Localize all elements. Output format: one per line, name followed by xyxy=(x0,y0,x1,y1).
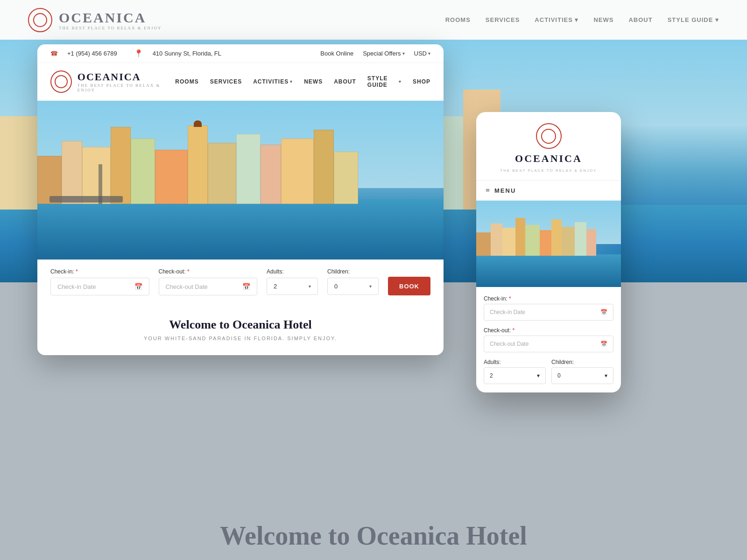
bg-nav-services[interactable]: SERVICES xyxy=(486,16,520,23)
bld-12 xyxy=(314,130,334,204)
checkin-input[interactable]: Check-in Date 📅 xyxy=(50,278,149,295)
mbld-8 xyxy=(562,227,575,256)
activities-arrow: ▾ xyxy=(290,79,293,84)
mbld-2 xyxy=(491,224,502,256)
bld-11 xyxy=(281,139,314,204)
welcome-section: Welcome to Oceanica Hotel YOUR WHITE-SAN… xyxy=(37,304,444,355)
bg-nav-rooms[interactable]: ROOMS xyxy=(445,16,471,23)
mbld-9 xyxy=(575,222,586,256)
currency-chevron: ▾ xyxy=(428,51,430,56)
children-label: Children: xyxy=(327,268,379,275)
menu-label[interactable]: MENU xyxy=(494,187,516,194)
mobile-checkout-label: Check-out: * xyxy=(484,327,613,334)
book-button[interactable]: BOOK xyxy=(388,277,430,295)
bld-6 xyxy=(155,150,188,204)
style-guide-arrow: ▾ xyxy=(399,79,402,84)
adults-label: Adults: xyxy=(267,268,318,275)
checkin-field: Check-in: * Check-in Date 📅 xyxy=(50,268,149,295)
tower-top xyxy=(194,120,202,127)
mobile-adults-select[interactable]: 2 ▾ xyxy=(484,367,546,384)
checkout-placeholder: Check-out Date xyxy=(166,283,208,290)
checkout-input[interactable]: Check-out Date 📅 xyxy=(159,278,258,295)
nav-shop[interactable]: SHOP xyxy=(413,78,430,85)
logo-circle xyxy=(50,70,72,93)
mobile-card: OCEANICA THE BEST PLACE TO RELAX & ENJOY… xyxy=(476,112,621,392)
mobile-hero-bg xyxy=(476,201,621,287)
checkout-calendar-icon: 📅 xyxy=(242,283,250,290)
children-select[interactable]: 0 ▾ xyxy=(327,278,379,295)
mobile-booking: Check-in: * Check-in Date 📅 Check-out: *… xyxy=(476,287,621,392)
mobile-adults-col: Adults: 2 ▾ xyxy=(484,359,546,384)
booking-bar: Check-in: * Check-in Date 📅 Check-out: *… xyxy=(37,259,444,304)
bg-nav-activities[interactable]: ActivITIES ▾ xyxy=(535,16,578,23)
nav-style-guide[interactable]: STYLE GUIDE ▾ xyxy=(367,75,402,88)
checkout-required: * xyxy=(187,268,190,275)
bg-logo-circle xyxy=(28,8,52,32)
checkin-calendar-icon: 📅 xyxy=(134,283,142,290)
mobile-children-select[interactable]: 0 ▾ xyxy=(551,367,613,384)
bld-4 xyxy=(111,127,131,204)
bld-8 xyxy=(208,143,236,204)
nav-rooms[interactable]: ROOMS xyxy=(175,78,198,85)
adults-chevron: ▾ xyxy=(309,284,311,289)
mobile-checkin-input[interactable]: Check-in Date 📅 xyxy=(484,304,613,321)
mobile-checkin-required: * xyxy=(509,295,511,302)
checkin-label: Check-in: * xyxy=(50,268,149,275)
checkin-placeholder: Check-in Date xyxy=(57,283,96,290)
bld-7 xyxy=(188,126,208,204)
mobile-logo-section: OCEANICA THE BEST PLACE TO RELAX & ENJOY xyxy=(476,112,621,180)
pier-post xyxy=(99,164,103,204)
mbld-1 xyxy=(476,232,491,256)
mobile-logo-circle xyxy=(536,123,562,149)
bg-nav-news[interactable]: NEWS xyxy=(593,16,613,23)
mobile-logo-inner xyxy=(541,129,556,144)
welcome-subtitle: YOUR WHITE-SAND PARADISE IN FLORIDA. SIM… xyxy=(50,336,430,341)
nav-news[interactable]: NEWS xyxy=(304,78,323,85)
nav-about[interactable]: ABOUT xyxy=(334,78,356,85)
mobile-checkout-field: Check-out: * Check-out Date 📅 xyxy=(484,327,613,352)
mobile-children-col: Children: 0 ▾ xyxy=(551,359,613,384)
mobile-hero xyxy=(476,201,621,287)
bld-5 xyxy=(131,139,155,204)
desktop-nav: OCEANICA THE BEST PLACE TO RELAX & ENJOY… xyxy=(37,63,444,101)
bld-2 xyxy=(62,141,82,204)
mobile-menu-bar: ≡ MENU xyxy=(476,180,621,201)
desktop-card: ☎ +1 (954) 456 6789 📍 410 Sunny St, Flor… xyxy=(37,44,444,355)
adults-field: Adults: 2 ▾ xyxy=(267,268,318,295)
desktop-logo: OCEANICA THE BEST PLACE TO RELAX & ENJOY xyxy=(50,70,175,93)
mbld-4 xyxy=(515,218,526,256)
currency-dropdown[interactable]: USD ▾ xyxy=(414,50,430,57)
mbld-6 xyxy=(540,230,551,256)
rocks xyxy=(49,196,123,203)
welcome-title: Welcome to Oceanica Hotel xyxy=(50,318,430,332)
hero-section xyxy=(37,101,444,259)
mobile-checkout-cal-icon: 📅 xyxy=(600,341,607,347)
nav-activities[interactable]: ACTIVITIES ▾ xyxy=(253,78,293,85)
main-nav: ROOMS SERVICES ACTIVITIES ▾ NEWS ABOUT S… xyxy=(175,75,430,88)
bld-13 xyxy=(334,152,358,204)
mobile-checkin-cal-icon: 📅 xyxy=(600,309,607,315)
mbld-5 xyxy=(525,225,540,256)
mobile-brand-name: OCEANICA xyxy=(515,153,582,165)
checkin-required: * xyxy=(76,268,78,275)
children-field: Children: 0 ▾ xyxy=(327,268,379,295)
logo-name: OCEANICA xyxy=(78,71,176,83)
bg-nav-about[interactable]: ABOUT xyxy=(628,16,652,23)
special-offers-dropdown[interactable]: Special Offers ▾ xyxy=(363,50,404,57)
nav-services[interactable]: SERVICES xyxy=(210,78,242,85)
adults-select[interactable]: 2 ▾ xyxy=(267,278,318,295)
bld-3 xyxy=(82,147,111,204)
mobile-water xyxy=(476,254,621,287)
bg-nav: ROOMS SERVICES ActivITIES ▾ NEWS ABOUT S… xyxy=(445,16,719,23)
desktop-coastal-scene xyxy=(37,101,444,259)
phone-icon: ☎ xyxy=(50,50,58,57)
special-offers-chevron: ▾ xyxy=(402,51,405,56)
bg-brand-sub: THE BEST PLACE TO RELAX & ENJOY xyxy=(59,26,162,30)
bg-nav-styleguide[interactable]: STYLE GUIDE ▾ xyxy=(668,16,719,23)
mobile-checkout-input[interactable]: Check-out Date 📅 xyxy=(484,336,613,352)
hamburger-icon: ≡ xyxy=(486,186,490,195)
book-online-link[interactable]: Book Online xyxy=(320,50,353,57)
checkout-field: Check-out: * Check-out Date 📅 xyxy=(159,268,258,295)
mobile-checkin-field: Check-in: * Check-in Date 📅 xyxy=(484,295,613,321)
mobile-adults-label: Adults: xyxy=(484,359,546,365)
